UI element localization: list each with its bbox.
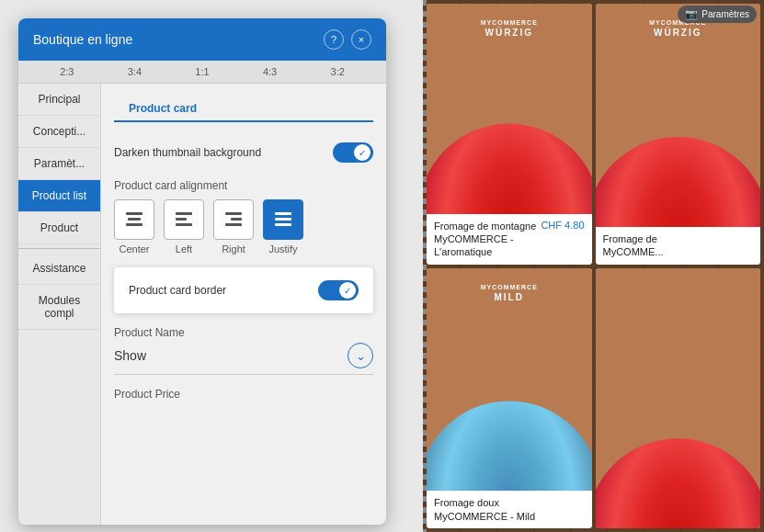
ratio-1-1[interactable]: 1:1 (195, 66, 209, 77)
alignment-label: Product card alignment (114, 179, 373, 192)
product-image-1: MYCOMMERCE WÜRZIG (427, 4, 592, 214)
product-price-1: CHF 4.80 (541, 220, 584, 231)
product-image-2: MYCOMMERCE WÜRZIG (596, 4, 761, 227)
svg-rect-9 (275, 212, 291, 215)
product-card-4 (596, 268, 761, 529)
parametres-button[interactable]: 📷 Paramètres (678, 6, 757, 23)
product-name-3: Fromage doux (434, 496, 535, 509)
svg-rect-2 (126, 223, 143, 226)
left-panel: Boutique en ligne ? × 2:3 3:4 1:1 4:3 3:… (0, 0, 423, 532)
align-left-button[interactable] (164, 199, 204, 240)
product-price-section: Product Price (114, 388, 373, 401)
product-info-1: Fromage de montagne MyCOMMERCE - L'aroma… (427, 214, 592, 265)
sidebar-item-product[interactable]: Product (18, 212, 100, 244)
toggle-check-icon: ✓ (359, 148, 366, 158)
product-name-2: Fromage de (603, 232, 664, 245)
close-button[interactable]: × (351, 29, 371, 50)
ratio-bar: 2:3 3:4 1:1 4:3 3:2 (18, 61, 386, 84)
align-right-label: Right (222, 243, 245, 255)
main-content: Product card Darken thumbnail background… (101, 84, 386, 525)
svg-rect-10 (275, 218, 291, 221)
product-name-header: Product Name (114, 326, 373, 339)
sidebar-item-conception[interactable]: Concepti... (18, 116, 100, 148)
svg-rect-5 (176, 223, 192, 226)
product-name-dropdown[interactable]: Show ⌄ (114, 343, 373, 375)
help-button[interactable]: ? (324, 29, 344, 50)
product-card-3: MYCOMMERCE MILD Fromage doux MyCOMMERCE … (427, 268, 592, 529)
svg-rect-7 (231, 218, 242, 221)
svg-rect-3 (176, 212, 192, 215)
product-card-2: MYCOMMERCE WÜRZIG Fromage de MyCOMME... (596, 4, 761, 265)
alignment-section: Product card alignment Center (114, 179, 373, 255)
svg-rect-8 (225, 223, 242, 226)
product-grid: MYCOMMERCE WÜRZIG Fromage de montagne My… (423, 0, 764, 532)
product-name-section: Product Name Show ⌄ (114, 326, 373, 375)
modal-body: Principal Concepti... Paramèt... Product… (18, 84, 386, 525)
product-price-header: Product Price (114, 388, 373, 401)
sidebar-item-product-list[interactable]: Product list (18, 180, 100, 212)
product-card-1: MYCOMMERCE WÜRZIG Fromage de montagne My… (427, 4, 592, 265)
card-border-section: Product card border ✓ (114, 267, 373, 313)
align-right-group: Right (213, 199, 254, 255)
sidebar-divider (18, 248, 100, 249)
align-right-button[interactable] (213, 199, 254, 240)
product-brand-2: MyCOMME... (603, 245, 664, 258)
product-name-chevron[interactable]: ⌄ (348, 343, 373, 368)
modal-actions: ? × (324, 29, 371, 50)
darken-thumbnail-row: Darken thumbnail background ✓ (114, 139, 373, 166)
card-border-toggle[interactable]: ✓ (318, 280, 359, 300)
product-image-4 (596, 268, 761, 529)
align-left-label: Left (176, 243, 192, 255)
svg-rect-1 (128, 218, 141, 221)
product-info-3: Fromage doux MyCOMMERCE - Mild (427, 491, 592, 528)
tabs: Product card (114, 96, 373, 122)
align-justify-label: Justify (268, 243, 297, 255)
product-image-3: MYCOMMERCE MILD (427, 268, 592, 492)
sidebar: Principal Concepti... Paramèt... Product… (18, 84, 101, 525)
darken-thumbnail-toggle[interactable]: ✓ (333, 142, 373, 163)
alignment-buttons: Center Left (114, 199, 373, 255)
align-justify-button[interactable] (263, 199, 303, 240)
product-info-2: Fromage de MyCOMME... (596, 227, 761, 265)
ratio-2-3[interactable]: 2:3 (60, 66, 74, 77)
chevron-down-icon: ⌄ (356, 349, 366, 363)
camera-icon: 📷 (685, 8, 698, 20)
darken-thumbnail-label: Darken thumbnail background (114, 146, 261, 159)
product-brand-3: MyCOMMERCE - Mild (434, 510, 535, 523)
tab-product-card[interactable]: Product card (114, 96, 211, 120)
sidebar-item-modules[interactable]: Modules compl (18, 285, 100, 330)
svg-rect-4 (176, 218, 187, 221)
sidebar-item-parametres[interactable]: Paramèt... (18, 148, 100, 180)
svg-rect-6 (225, 212, 242, 215)
align-left-group: Left (164, 199, 204, 255)
toggle-knob: ✓ (354, 144, 371, 161)
align-center-button[interactable] (114, 199, 154, 240)
modal-header: Boutique en ligne ? × (18, 18, 386, 61)
svg-rect-11 (275, 223, 291, 226)
modal-title: Boutique en ligne (33, 32, 132, 47)
card-border-check-icon: ✓ (344, 286, 351, 296)
settings-modal: Boutique en ligne ? × 2:3 3:4 1:1 4:3 3:… (18, 18, 386, 525)
parametres-label: Paramètres (701, 9, 749, 19)
right-panel: 📷 Paramètres MYCOMMERCE WÜRZIG Fromage d… (423, 0, 764, 532)
product-brand-1: MyCOMMERCE - L'aromatique (434, 232, 537, 259)
sidebar-item-principal[interactable]: Principal (18, 84, 100, 116)
product-name-value: Show (114, 348, 146, 363)
card-border-label: Product card border (129, 284, 226, 297)
divider-line (423, 0, 427, 532)
card-border-knob: ✓ (339, 282, 356, 299)
ratio-3-4[interactable]: 3:4 (128, 66, 142, 77)
sidebar-item-assistance[interactable]: Assistance (18, 253, 100, 285)
align-center-label: Center (119, 243, 149, 255)
product-name-1: Fromage de montagne (434, 220, 537, 232)
align-center-group: Center (114, 199, 154, 255)
ratio-4-3[interactable]: 4:3 (263, 66, 277, 77)
svg-rect-0 (126, 212, 143, 215)
ratio-3-2[interactable]: 3:2 (331, 66, 345, 77)
align-justify-group: Justify (263, 199, 303, 255)
